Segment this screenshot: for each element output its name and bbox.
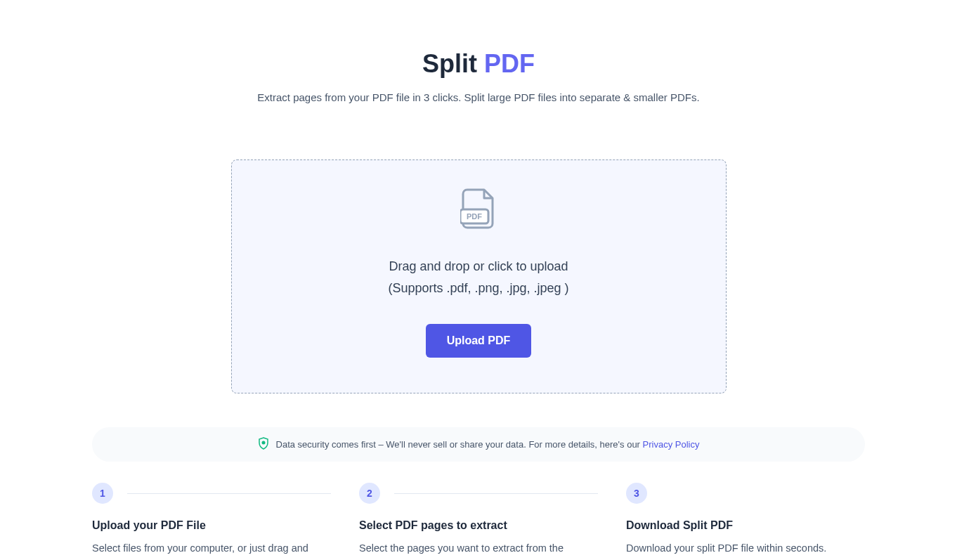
svg-text:PDF: PDF	[467, 212, 482, 221]
step-title: Upload your PDF File	[92, 519, 331, 532]
privacy-policy-link[interactable]: Privacy Policy	[643, 439, 700, 450]
pdf-file-icon: PDF	[246, 188, 712, 232]
shield-check-icon	[258, 437, 269, 452]
security-text: Data security comes first – We'll never …	[276, 439, 700, 450]
step-divider	[127, 493, 331, 494]
step-description: Download your split PDF file within seco…	[626, 540, 865, 556]
step-header: 2	[359, 483, 598, 504]
dropzone-line1: Drag and drop or click to upload	[246, 256, 712, 278]
upload-pdf-button[interactable]: Upload PDF	[426, 324, 532, 358]
step-title: Download Split PDF	[626, 519, 865, 532]
step-1: 1 Upload your PDF File Select files from…	[92, 483, 331, 560]
hero-section: Split PDF Extract pages from your PDF fi…	[92, 49, 865, 103]
upload-dropzone[interactable]: PDF Drag and drop or click to upload (Su…	[231, 159, 727, 393]
step-description: Select the pages you want to extract fro…	[359, 540, 598, 560]
step-header: 3	[626, 483, 865, 504]
step-number-badge: 1	[92, 483, 113, 504]
step-3: 3 Download Split PDF Download your split…	[626, 483, 865, 560]
step-title: Select PDF pages to extract	[359, 519, 598, 532]
title-text-dark: Split	[422, 49, 484, 78]
svg-point-2	[261, 441, 265, 445]
step-2: 2 Select PDF pages to extract Select the…	[359, 483, 598, 560]
page-subtitle: Extract pages from your PDF file in 3 cl…	[92, 91, 865, 103]
security-notice: Data security comes first – We'll never …	[92, 427, 865, 462]
step-number-badge: 2	[359, 483, 380, 504]
title-text-accent: PDF	[484, 49, 535, 78]
dropzone-instructions: Drag and drop or click to upload (Suppor…	[246, 256, 712, 299]
steps-row: 1 Upload your PDF File Select files from…	[92, 483, 865, 560]
dropzone-line2: (Supports .pdf, .png, .jpg, .jpeg )	[246, 278, 712, 299]
page-title: Split PDF	[92, 49, 865, 79]
step-divider	[394, 493, 598, 494]
step-number-badge: 3	[626, 483, 647, 504]
step-description: Select files from your computer, or just…	[92, 540, 331, 560]
step-header: 1	[92, 483, 331, 504]
security-text-content: Data security comes first – We'll never …	[276, 439, 643, 450]
